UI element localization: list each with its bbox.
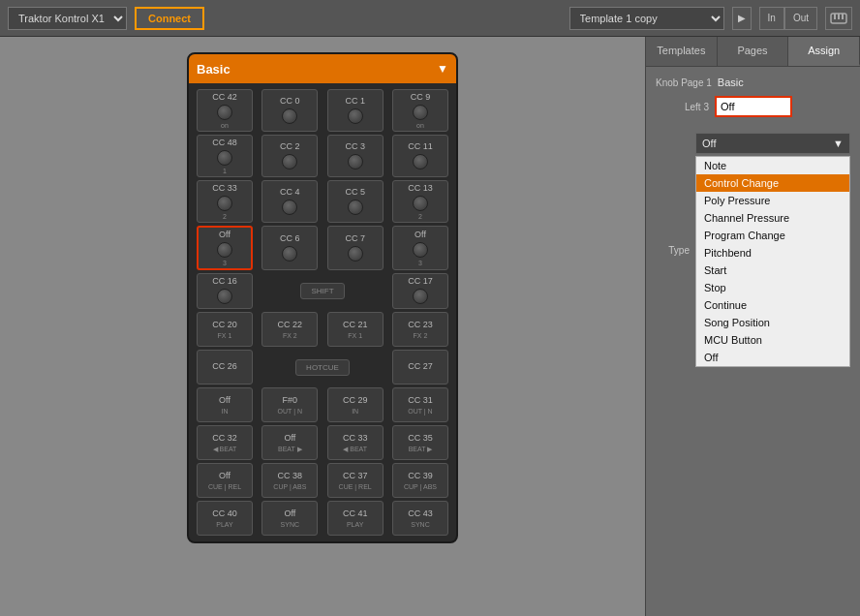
hotcue-button[interactable]: HOTCUE <box>295 359 350 376</box>
ctrl-btn-cc0[interactable]: CC 0 <box>261 89 318 132</box>
ctrl-row-2: CC 48 1 CC 2 CC 3 CC <box>197 135 448 177</box>
left3-input[interactable] <box>715 96 792 117</box>
knob-cc42[interactable] <box>217 105 232 120</box>
main-content: Basic ▼ CC 42 on CC 0 <box>0 37 860 616</box>
tab-assign[interactable]: Assign <box>788 37 860 66</box>
left-panel: Basic ▼ CC 42 on CC 0 <box>0 37 645 616</box>
knob-cc33[interactable] <box>217 196 232 211</box>
knob-cc5[interactable] <box>348 200 363 215</box>
ctrl-btn-cc37[interactable]: CC 37 CUE | REL <box>327 463 384 498</box>
ctrl-row-7: CC 26 HOTCUE CC 27 <box>197 350 448 385</box>
ctrl-btn-cc38[interactable]: CC 38 CUP | ABS <box>261 463 318 498</box>
ctrl-btn-cc32[interactable]: CC 32 ◀ BEAT <box>197 425 253 460</box>
dropdown-item-program[interactable]: Program Change <box>696 227 849 244</box>
knob-cc17[interactable] <box>413 289 428 304</box>
ctrl-btn-cc11[interactable]: CC 11 <box>392 135 448 177</box>
ctrl-btn-cc33b[interactable]: CC 33 ◀ BEAT <box>327 425 384 460</box>
type-label: Type <box>656 245 690 256</box>
knob-cc1[interactable] <box>348 108 363 124</box>
controller-header: Basic ▼ <box>189 54 456 83</box>
ctrl-btn-cc29[interactable]: CC 29 IN <box>327 387 384 422</box>
ctrl-btn-off-cue[interactable]: Off CUE | REL <box>197 463 253 498</box>
ctrl-btn-cc23[interactable]: CC 23 FX 2 <box>392 312 448 347</box>
knob-cc3[interactable] <box>348 154 363 169</box>
ctrl-btn-off-right[interactable]: Off 3 <box>392 226 448 270</box>
tab-templates[interactable]: Templates <box>646 37 718 66</box>
ctrl-btn-cc40[interactable]: CC 40 PLAY <box>197 501 253 536</box>
connect-button[interactable]: Connect <box>135 7 204 30</box>
knob-cc11[interactable] <box>413 154 428 169</box>
ctrl-btn-cc5[interactable]: CC 5 <box>327 180 384 223</box>
ctrl-btn-off-sync[interactable]: Off SYNC <box>261 501 318 536</box>
ctrl-row-11: CC 40 PLAY Off SYNC CC 41 PLAY CC 43 SYN… <box>197 501 448 536</box>
ctrl-btn-cc43[interactable]: CC 43 SYNC <box>392 501 448 536</box>
ctrl-row-1: CC 42 on CC 0 CC 1 CC <box>197 89 448 132</box>
ctrl-btn-cc21[interactable]: CC 21 FX 1 <box>327 312 384 347</box>
ctrl-btn-cc48[interactable]: CC 48 1 <box>197 135 253 177</box>
knob-page-label: Knob Page 1 <box>656 77 712 88</box>
dropdown-item-stop[interactable]: Stop <box>696 279 849 296</box>
ctrl-row-6: CC 20 FX 1 CC 22 FX 2 CC 21 FX 1 CC 23 F… <box>197 312 448 347</box>
ctrl-btn-cc42[interactable]: CC 42 on <box>197 89 253 132</box>
knob-off-right[interactable] <box>413 242 428 258</box>
ctrl-btn-cc35[interactable]: CC 35 BEAT ▶ <box>392 425 448 460</box>
dropdown-item-off[interactable]: Off <box>696 349 849 366</box>
knob-cc16[interactable] <box>217 289 232 304</box>
top-bar: Traktor Kontrol X1 Connect Template 1 co… <box>0 0 860 37</box>
ctrl-btn-off-left[interactable]: Off 3 <box>197 226 253 270</box>
dropdown-item-continue[interactable]: Continue <box>696 296 849 314</box>
nav-arrow-button[interactable]: ▶ <box>732 7 752 30</box>
knob-cc7[interactable] <box>348 246 363 262</box>
knob-cc6[interactable] <box>282 246 297 262</box>
tab-pages[interactable]: Pages <box>718 37 789 66</box>
ctrl-btn-cc39[interactable]: CC 39 CUP | ABS <box>392 463 448 498</box>
dropdown-item-cc[interactable]: Control Change <box>696 174 849 192</box>
ctrl-row-9: CC 32 ◀ BEAT Off BEAT ▶ CC 33 ◀ BEAT CC … <box>197 425 448 460</box>
dropdown-item-channel[interactable]: Channel Pressure <box>696 209 849 227</box>
dropdown-item-start[interactable]: Start <box>696 262 849 279</box>
ctrl-btn-cc1[interactable]: CC 1 <box>327 89 384 132</box>
ctrl-btn-fsharp0[interactable]: F#0 OUT | N <box>261 387 318 422</box>
ctrl-row-4: Off 3 CC 6 CC 7 Off <box>197 226 448 270</box>
ctrl-btn-cc22[interactable]: CC 22 FX 2 <box>261 312 318 347</box>
ctrl-btn-off-in[interactable]: Off IN <box>197 387 253 422</box>
knob-cc13[interactable] <box>413 196 428 211</box>
ctrl-btn-cc6[interactable]: CC 6 <box>261 226 318 270</box>
knob-off-left[interactable] <box>217 242 232 258</box>
knob-cc9[interactable] <box>413 105 428 120</box>
ctrl-btn-off-beat[interactable]: Off BEAT ▶ <box>261 425 318 460</box>
in-button[interactable]: In <box>759 7 784 30</box>
shift-button[interactable]: SHIFT <box>300 283 344 299</box>
knob-cc4[interactable] <box>282 200 297 215</box>
ctrl-btn-cc31[interactable]: CC 31 OUT | N <box>392 387 448 422</box>
ctrl-btn-cc27[interactable]: CC 27 <box>392 350 448 385</box>
dropdown-item-mcu[interactable]: MCU Button <box>696 331 849 349</box>
dropdown-item-songpos[interactable]: Song Position <box>696 314 849 331</box>
dropdown-item-poly[interactable]: Poly Pressure <box>696 192 849 209</box>
out-button[interactable]: Out <box>784 7 817 30</box>
knob-cc2[interactable] <box>282 154 297 169</box>
ctrl-btn-cc41[interactable]: CC 41 PLAY <box>327 501 384 536</box>
type-select-container: Off ▼ Note Control Change Poly Pressure … <box>695 133 850 367</box>
knob-cc48[interactable] <box>217 150 232 166</box>
dropdown-item-pitchbend[interactable]: Pitchbend <box>696 244 849 262</box>
ctrl-btn-cc4[interactable]: CC 4 <box>261 180 318 223</box>
ctrl-btn-cc17[interactable]: CC 17 <box>392 273 448 309</box>
ctrl-btn-cc7[interactable]: CC 7 <box>327 226 384 270</box>
ctrl-btn-cc20[interactable]: CC 20 FX 1 <box>197 312 253 347</box>
ctrl-btn-cc3[interactable]: CC 3 <box>327 135 384 177</box>
ctrl-btn-cc13[interactable]: CC 13 2 <box>392 180 448 223</box>
knob-page-value: Basic <box>718 77 850 88</box>
device-select[interactable]: Traktor Kontrol X1 <box>8 7 127 30</box>
knob-cc0[interactable] <box>282 108 297 124</box>
ctrl-btn-cc2[interactable]: CC 2 <box>261 135 318 177</box>
ctrl-btn-cc33[interactable]: CC 33 2 <box>197 180 253 223</box>
controller: Basic ▼ CC 42 on CC 0 <box>187 52 458 543</box>
ctrl-btn-cc9[interactable]: CC 9 on <box>392 89 448 132</box>
type-select-arrow: ▼ <box>833 138 844 149</box>
template-select[interactable]: Template 1 copy <box>569 7 724 30</box>
type-select-display[interactable]: Off ▼ <box>695 133 850 154</box>
dropdown-item-note[interactable]: Note <box>696 157 849 174</box>
ctrl-btn-cc26[interactable]: CC 26 <box>197 350 253 385</box>
ctrl-btn-cc16[interactable]: CC 16 <box>197 273 253 309</box>
